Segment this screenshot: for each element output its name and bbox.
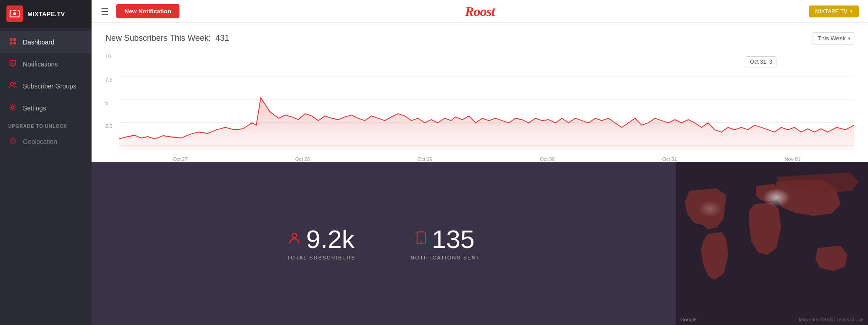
sidebar-item-label: Notifications xyxy=(23,61,58,68)
total-subscribers-stat: 9.2k TOTAL SUBSCRIBERS xyxy=(260,213,383,274)
chart-period-selector[interactable]: This Week Last Week Last Month xyxy=(813,32,854,44)
stats-section: 9.2k TOTAL SUBSCRIBERS 135 NOTIF xyxy=(92,162,868,325)
svg-point-14 xyxy=(14,83,16,84)
chart-svg xyxy=(119,52,854,150)
svg-rect-2 xyxy=(11,10,13,11)
sidebar-nav: Dashboard Notifications xyxy=(0,28,92,325)
google-label: Google xyxy=(680,317,696,322)
sidebar-item-geolocation[interactable]: Geolocation xyxy=(0,131,92,153)
chart-period-dropdown[interactable]: This Week Last Week Last Month xyxy=(813,32,854,44)
sidebar: MIXTAPE.TV Dashboard xyxy=(0,0,92,325)
sidebar-item-label: Dashboard xyxy=(23,39,54,46)
svg-point-13 xyxy=(11,83,13,85)
subscriber-icon xyxy=(288,231,301,247)
chart-y-axis: 10 7.5 5 2.5 xyxy=(105,52,119,148)
svg-point-1 xyxy=(13,12,16,15)
chart-x-axis: Oct 27 Oct 28 Oct 29 Oct 30 Oct 31 Nov 0… xyxy=(119,156,854,162)
topbar: ☰ New Notification Roost MIXTAPE.TV ▾ xyxy=(92,0,868,23)
chart-wrapper: 10 7.5 5 2.5 xyxy=(105,52,854,162)
chart-section: New Subscribers This Week: 431 This Week… xyxy=(92,23,868,162)
stats-left: 9.2k TOTAL SUBSCRIBERS 135 NOTIF xyxy=(92,162,676,325)
stat-value-row: 135 xyxy=(416,226,474,252)
svg-rect-5 xyxy=(13,38,16,41)
settings-icon xyxy=(8,104,17,113)
hamburger-button[interactable]: ☰ xyxy=(101,6,109,17)
sidebar-item-settings[interactable]: Settings xyxy=(0,97,92,119)
notifications-sent-stat: 135 NOTIFICATIONS SENT xyxy=(383,213,508,274)
sidebar-item-label: Geolocation xyxy=(23,138,57,145)
topbar-right: MIXTAPE.TV ▾ xyxy=(809,6,859,17)
svg-point-22 xyxy=(292,233,297,238)
main-content: ☰ New Notification Roost MIXTAPE.TV ▾ Ne… xyxy=(92,0,868,325)
chart-header: New Subscribers This Week: 431 This Week… xyxy=(105,32,854,44)
notifications-icon xyxy=(8,60,17,69)
sidebar-item-notifications[interactable]: Notifications xyxy=(0,53,92,75)
upgrade-label: UPGRADE TO UNLOCK xyxy=(0,119,92,131)
user-menu-button[interactable]: MIXTAPE.TV ▾ xyxy=(809,6,859,17)
world-map: Google Map data ©2018 | Terms of Use xyxy=(676,162,868,325)
svg-rect-6 xyxy=(10,42,12,44)
map-svg xyxy=(676,162,868,325)
sidebar-item-label: Subscriber Groups xyxy=(23,83,76,90)
phone-icon xyxy=(416,231,426,247)
svg-rect-3 xyxy=(16,10,18,11)
sidebar-item-subscriber-groups[interactable]: Subscriber Groups xyxy=(0,75,92,97)
svg-rect-7 xyxy=(13,42,16,44)
svg-point-25 xyxy=(421,242,422,243)
total-subscribers-label: TOTAL SUBSCRIBERS xyxy=(287,255,356,260)
svg-point-28 xyxy=(699,201,722,217)
chart-title: New Subscribers This Week: 431 xyxy=(105,33,229,43)
subscriber-groups-icon xyxy=(8,82,17,91)
svg-rect-4 xyxy=(10,38,12,41)
map-terms-label: Map data ©2018 | Terms of Use xyxy=(799,317,863,322)
notifications-sent-value: 135 xyxy=(432,226,474,252)
svg-point-17 xyxy=(12,140,14,142)
total-subscribers-value: 9.2k xyxy=(306,226,355,252)
chevron-down-icon: ▾ xyxy=(850,9,852,14)
sidebar-item-dashboard[interactable]: Dashboard xyxy=(0,31,92,53)
chart-count: 431 xyxy=(215,33,229,43)
roost-logo: Roost xyxy=(465,4,494,19)
sidebar-header: MIXTAPE.TV xyxy=(0,0,92,28)
svg-rect-8 xyxy=(10,61,16,65)
stat-value-row: 9.2k xyxy=(288,226,355,252)
sidebar-item-label: Settings xyxy=(23,105,46,112)
svg-point-15 xyxy=(12,106,14,109)
app-name: MIXTAPE.TV xyxy=(27,11,65,17)
new-notification-button[interactable]: New Notification xyxy=(116,4,179,18)
geolocation-icon xyxy=(8,137,17,146)
user-name-label: MIXTAPE.TV xyxy=(815,8,847,15)
dashboard-icon xyxy=(8,38,17,47)
app-logo xyxy=(6,6,23,22)
svg-point-27 xyxy=(763,188,790,207)
notifications-sent-label: NOTIFICATIONS SENT xyxy=(411,255,481,260)
